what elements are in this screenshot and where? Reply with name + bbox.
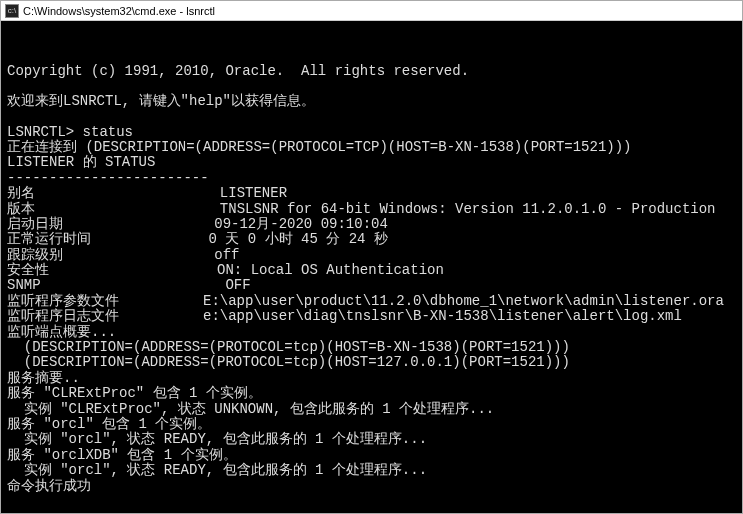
terminal-line: [7, 79, 736, 94]
terminal-line: 命令执行成功: [7, 479, 736, 494]
terminal-output[interactable]: Copyright (c) 1991, 2010, Oracle. All ri…: [1, 21, 742, 513]
terminal-line: 服务摘要..: [7, 371, 736, 386]
title-bar[interactable]: c:\ C:\Windows\system32\cmd.exe - lsnrct…: [1, 1, 742, 21]
terminal-line: 欢迎来到LSNRCTL, 请键入"help"以获得信息。: [7, 94, 736, 109]
terminal-line: (DESCRIPTION=(ADDRESS=(PROTOCOL=tcp)(HOS…: [7, 340, 736, 355]
terminal-line: 实例 "CLRExtProc", 状态 UNKNOWN, 包含此服务的 1 个处…: [7, 402, 736, 417]
terminal-line: 监听程序参数文件 E:\app\user\product\11.2.0\dbho…: [7, 294, 736, 309]
cmd-window: c:\ C:\Windows\system32\cmd.exe - lsnrct…: [0, 0, 743, 514]
terminal-line: 服务 "CLRExtProc" 包含 1 个实例。: [7, 386, 736, 401]
terminal-line: 正在连接到 (DESCRIPTION=(ADDRESS=(PROTOCOL=TC…: [7, 140, 736, 155]
terminal-line: 跟踪级别 off: [7, 248, 736, 263]
terminal-line: 启动日期 09-12月-2020 09:10:04: [7, 217, 736, 232]
terminal-line: 服务 "orcl" 包含 1 个实例。: [7, 417, 736, 432]
terminal-line: 版本 TNSLSNR for 64-bit Windows: Version 1…: [7, 202, 736, 217]
terminal-line: 正常运行时间 0 天 0 小时 45 分 24 秒: [7, 232, 736, 247]
terminal-line: 实例 "orcl", 状态 READY, 包含此服务的 1 个处理程序...: [7, 432, 736, 447]
terminal-line: ------------------------: [7, 171, 736, 186]
terminal-line: [7, 110, 736, 125]
terminal-line: 监听程序日志文件 e:\app\user\diag\tnslsnr\B-XN-1…: [7, 309, 736, 324]
terminal-line: LISTENER 的 STATUS: [7, 155, 736, 170]
terminal-line: 服务 "orclXDB" 包含 1 个实例。: [7, 448, 736, 463]
terminal-line: LSNRCTL> status: [7, 125, 736, 140]
cmd-icon: c:\: [5, 4, 19, 18]
terminal-line: (DESCRIPTION=(ADDRESS=(PROTOCOL=tcp)(HOS…: [7, 355, 736, 370]
terminal-line: 安全性 ON: Local OS Authentication: [7, 263, 736, 278]
window-title: C:\Windows\system32\cmd.exe - lsnrctl: [23, 5, 215, 17]
terminal-line: 监听端点概要...: [7, 325, 736, 340]
terminal-line: Copyright (c) 1991, 2010, Oracle. All ri…: [7, 64, 736, 79]
terminal-line: 别名 LISTENER: [7, 186, 736, 201]
terminal-line: SNMP OFF: [7, 278, 736, 293]
terminal-line: 实例 "orcl", 状态 READY, 包含此服务的 1 个处理程序...: [7, 463, 736, 478]
